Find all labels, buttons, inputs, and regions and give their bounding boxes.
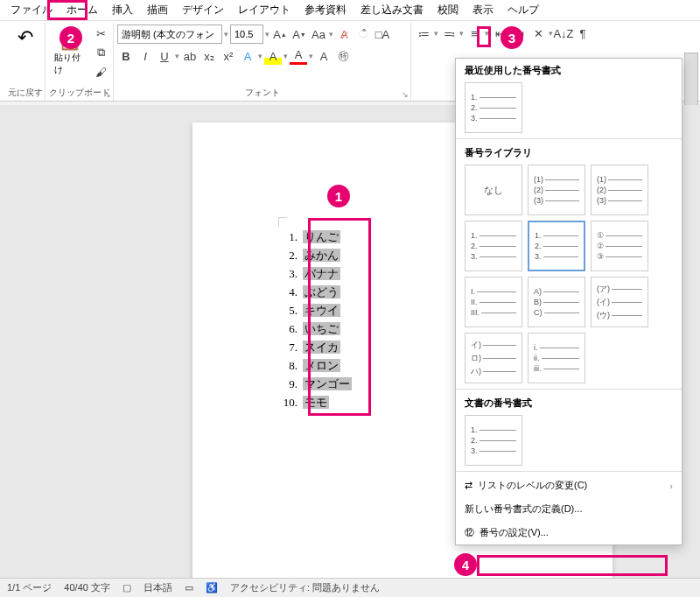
font-size-combo[interactable] bbox=[230, 25, 263, 44]
strike-button[interactable]: ab bbox=[181, 47, 199, 65]
indent-icon: ⇄ bbox=[465, 480, 472, 491]
numbering-button[interactable]: ≕ bbox=[440, 25, 458, 42]
set-number-value-menu[interactable]: ⑫ 番号の設定(V)... bbox=[456, 521, 682, 544]
italic-button[interactable]: I bbox=[136, 47, 154, 65]
font-dialog-launcher[interactable]: ↘ bbox=[402, 90, 409, 99]
library-grid: なし(1)(2)(3)(1)(2)(3)1.2.3.1.2.3.①②③I.II.… bbox=[465, 165, 673, 383]
menu-差し込み文書[interactable]: 差し込み文書 bbox=[354, 0, 430, 20]
list-item[interactable]: 5.キウイ bbox=[280, 301, 352, 320]
numbering-dropdown-arrow[interactable]: ▾ bbox=[459, 29, 464, 38]
list-item[interactable]: 3.バナナ bbox=[280, 264, 352, 283]
list-item[interactable]: 4.ぶどう bbox=[280, 283, 352, 301]
enclose-char-button[interactable]: ㊕ bbox=[334, 47, 352, 65]
library-title: 番号ライブラリ bbox=[465, 146, 673, 159]
menu-挿入[interactable]: 挿入 bbox=[105, 0, 140, 20]
recent-grid: 1.2.3. bbox=[465, 82, 673, 133]
list-item[interactable]: 1.りんご bbox=[280, 228, 352, 246]
shrink-font-button[interactable]: A▼ bbox=[290, 25, 308, 43]
bold-button[interactable]: B bbox=[117, 47, 135, 65]
clipboard-group-label: クリップボード bbox=[46, 87, 113, 99]
numbering-tile[interactable]: 1.2.3. bbox=[465, 82, 522, 133]
change-case-button[interactable]: Aa bbox=[310, 25, 327, 43]
menu-ファイル[interactable]: ファイル bbox=[4, 0, 60, 20]
highlight-button[interactable]: A bbox=[264, 47, 282, 65]
numbering-tile[interactable]: (1)(2)(3) bbox=[528, 165, 585, 215]
superscript-button[interactable]: x² bbox=[220, 47, 237, 65]
font-color-button[interactable]: A bbox=[290, 47, 307, 65]
paste-icon: 📋 bbox=[58, 29, 81, 52]
text-effects-button[interactable]: A bbox=[239, 47, 256, 65]
clear-format-button[interactable]: A̷ bbox=[335, 25, 353, 43]
char-border-button[interactable]: □A bbox=[374, 25, 391, 43]
font-group-label: フォント bbox=[114, 87, 410, 99]
numbering-tile[interactable]: (ア)(イ)(ウ) bbox=[591, 277, 648, 327]
list-item[interactable]: 6.いちご bbox=[280, 320, 352, 338]
multilevel-button[interactable]: ≡ bbox=[466, 25, 483, 42]
show-marks-button[interactable]: ¶ bbox=[574, 25, 592, 42]
doc-grid: 1.2.3. bbox=[465, 415, 673, 466]
numbering-tile[interactable]: 1.2.3. bbox=[465, 415, 522, 466]
accessibility-icon[interactable]: ♿ bbox=[206, 582, 218, 593]
clipboard-dialog-launcher[interactable]: ↘ bbox=[104, 90, 111, 99]
numbering-tile[interactable]: ①②③ bbox=[591, 221, 648, 271]
list-item[interactable]: 8.メロン bbox=[280, 356, 352, 375]
list-item[interactable]: 7.スイカ bbox=[280, 338, 352, 356]
menu-描画[interactable]: 描画 bbox=[140, 0, 175, 20]
list-item[interactable]: 10.モモ bbox=[280, 393, 352, 411]
change-list-level-menu[interactable]: ⇄ リストのレベルの変更(C) › bbox=[456, 474, 682, 497]
decrease-indent-button[interactable]: ⇤ bbox=[491, 25, 508, 42]
numbering-dropdown-panel: 最近使用した番号書式 1.2.3. 番号ライブラリ なし(1)(2)(3)(1)… bbox=[455, 58, 682, 545]
numbering-tile[interactable]: (1)(2)(3) bbox=[591, 165, 648, 215]
paste-button[interactable]: 📋 貼り付け bbox=[49, 27, 90, 78]
recent-formats-title: 最近使用した番号書式 bbox=[465, 64, 673, 77]
number-icon: ⑫ bbox=[465, 526, 474, 539]
status-bar: 1/1 ページ 40/40 文字 ▢ 日本語 ▭ ♿ アクセシビリティ: 問題あ… bbox=[0, 578, 700, 597]
font-name-combo[interactable] bbox=[117, 25, 222, 44]
char-shading-button[interactable]: A bbox=[315, 47, 332, 65]
copy-button[interactable]: ⧉ bbox=[92, 44, 109, 61]
numbering-tile[interactable]: イ)ロ)ハ) bbox=[465, 333, 522, 383]
word-count[interactable]: 40/40 文字 bbox=[64, 581, 110, 594]
sort-button[interactable]: A↓Z bbox=[555, 25, 572, 42]
menu-bar: ファイルホーム挿入描画デザインレイアウト参考資料差し込み文書校閲表示ヘルプ bbox=[0, 0, 700, 21]
underline-button[interactable]: U bbox=[156, 47, 173, 65]
subscript-button[interactable]: x₂ bbox=[200, 47, 218, 65]
numbered-list[interactable]: 1.りんご2.みかん3.バナナ4.ぶどう5.キウイ6.いちご7.スイカ8.メロン… bbox=[280, 228, 352, 411]
list-item[interactable]: 2.みかん bbox=[280, 246, 352, 264]
macro-icon[interactable]: ▭ bbox=[185, 582, 193, 593]
menu-レイアウト[interactable]: レイアウト bbox=[231, 0, 298, 20]
page-indicator[interactable]: 1/1 ページ bbox=[7, 581, 52, 594]
menu-校閲[interactable]: 校閲 bbox=[430, 0, 466, 20]
numbering-tile[interactable]: i.ii.iii. bbox=[528, 333, 585, 383]
list-item[interactable]: 9.マンゴー bbox=[280, 375, 352, 393]
undo-button[interactable]: ↶ bbox=[9, 25, 41, 51]
numbering-tile[interactable]: A)B)C) bbox=[528, 277, 585, 327]
menu-参考資料[interactable]: 参考資料 bbox=[298, 0, 354, 20]
menu-表示[interactable]: 表示 bbox=[466, 0, 500, 20]
menu-ヘルプ[interactable]: ヘルプ bbox=[500, 0, 546, 20]
increase-indent-button[interactable]: ⇥ bbox=[510, 25, 528, 42]
undo-icon: ↶ bbox=[18, 26, 33, 49]
numbering-tile[interactable]: 1.2.3. bbox=[528, 221, 585, 271]
proofing-icon[interactable]: ▢ bbox=[122, 582, 131, 593]
accessibility-status[interactable]: アクセシビリティ: 問題ありません bbox=[230, 581, 380, 594]
chevron-right-icon: › bbox=[669, 481, 673, 491]
format-painter-button[interactable]: 🖌 bbox=[92, 63, 109, 81]
language-indicator[interactable]: 日本語 bbox=[144, 581, 172, 594]
phonetic-guide-button[interactable]: ஂ bbox=[354, 25, 372, 43]
menu-ホーム[interactable]: ホーム bbox=[60, 0, 105, 20]
list-ol: 1.りんご2.みかん3.バナナ4.ぶどう5.キウイ6.いちご7.スイカ8.メロン… bbox=[280, 228, 352, 411]
menu-デザイン[interactable]: デザイン bbox=[175, 0, 231, 20]
bullets-button[interactable]: ≔ bbox=[415, 25, 432, 42]
numbering-tile[interactable]: 1.2.3. bbox=[465, 221, 522, 271]
define-new-format-menu[interactable]: 新しい番号書式の定義(D)... bbox=[456, 497, 682, 521]
numbering-tile[interactable]: なし bbox=[465, 165, 522, 215]
undo-group-label: 元に戻す bbox=[5, 87, 45, 99]
numbering-tile[interactable]: I.II.III. bbox=[465, 277, 522, 327]
cut-button[interactable]: ✂ bbox=[92, 25, 109, 42]
doc-formats-title: 文書の番号書式 bbox=[465, 397, 673, 410]
grow-font-button[interactable]: A▲ bbox=[271, 25, 289, 43]
asian-layout-button[interactable]: ✕ bbox=[529, 25, 547, 42]
